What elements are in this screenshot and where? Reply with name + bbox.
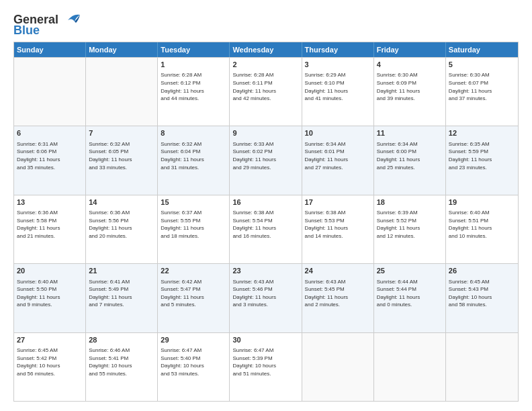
day-info-text: Sunset: 5:42 PM [17, 355, 83, 363]
day-info-text: Sunset: 5:56 PM [89, 217, 154, 225]
day-number: 13 [17, 197, 83, 208]
calendar-day-26: 26Sunrise: 6:45 AMSunset: 5:43 PMDayligh… [446, 264, 518, 332]
day-info-text: Sunrise: 6:43 AM [232, 278, 298, 286]
day-number: 3 [305, 60, 371, 70]
calendar-day-23: 23Sunrise: 6:43 AMSunset: 5:46 PMDayligh… [230, 264, 302, 332]
calendar-day-25: 25Sunrise: 6:44 AMSunset: 5:44 PMDayligh… [374, 264, 446, 332]
calendar-day-30: 30Sunrise: 6:47 AMSunset: 5:39 PMDayligh… [230, 333, 302, 401]
logo-blue-text: Blue [13, 24, 40, 36]
calendar-day-5: 5Sunrise: 6:30 AMSunset: 6:07 PMDaylight… [446, 58, 518, 126]
day-info-text: Daylight: 11 hours [377, 87, 443, 95]
day-info-text: Sunrise: 6:41 AM [89, 278, 154, 286]
day-info-text: Daylight: 10 hours [161, 362, 226, 370]
day-info-text: Sunset: 6:00 PM [377, 148, 443, 156]
day-info-text: Daylight: 11 hours [17, 224, 83, 232]
day-info-text: Sunrise: 6:45 AM [17, 347, 83, 355]
day-info-text: Daylight: 11 hours [89, 224, 154, 232]
header-day-wednesday: Wednesday [230, 42, 302, 57]
calendar-day-17: 17Sunrise: 6:38 AMSunset: 5:53 PMDayligh… [302, 195, 374, 263]
day-number: 11 [377, 128, 443, 138]
calendar-empty-cell [302, 333, 374, 401]
day-info-text: Daylight: 11 hours [232, 293, 298, 302]
day-number: 21 [89, 266, 154, 276]
day-info-text: Daylight: 10 hours [232, 362, 298, 370]
day-number: 4 [377, 60, 443, 70]
day-info-text: Sunset: 5:39 PM [232, 355, 298, 363]
day-info-text: Sunrise: 6:29 AM [305, 71, 371, 79]
day-number: 30 [232, 335, 298, 345]
day-info-text: Sunset: 5:44 PM [377, 285, 443, 293]
day-info-text: Daylight: 11 hours [232, 87, 298, 95]
calendar: SundayMondayTuesdayWednesdayThursdayFrid… [13, 42, 519, 402]
header-day-monday: Monday [86, 42, 158, 57]
day-info-text: Daylight: 11 hours [449, 224, 515, 232]
day-info-text: Sunrise: 6:37 AM [161, 209, 226, 217]
day-info-text: Daylight: 11 hours [232, 224, 298, 232]
day-info-text: Sunset: 5:55 PM [161, 217, 226, 225]
calendar-day-28: 28Sunrise: 6:46 AMSunset: 5:41 PMDayligh… [86, 333, 158, 401]
day-info-text: and 42 minutes. [232, 95, 298, 103]
calendar-day-3: 3Sunrise: 6:29 AMSunset: 6:10 PMDaylight… [302, 58, 374, 126]
header-day-friday: Friday [374, 42, 446, 57]
day-number: 12 [449, 128, 515, 138]
calendar-day-10: 10Sunrise: 6:34 AMSunset: 6:01 PMDayligh… [302, 126, 374, 194]
day-info-text: Sunset: 5:45 PM [305, 285, 371, 293]
calendar-day-8: 8Sunrise: 6:32 AMSunset: 6:04 PMDaylight… [158, 126, 230, 194]
day-info-text: Sunrise: 6:30 AM [377, 71, 443, 79]
day-info-text: Sunrise: 6:32 AM [161, 140, 226, 148]
day-info-text: and 29 minutes. [232, 164, 298, 172]
day-info-text: and 41 minutes. [305, 95, 371, 103]
day-info-text: Sunrise: 6:38 AM [305, 209, 371, 217]
day-info-text: Sunrise: 6:32 AM [89, 140, 154, 148]
day-info-text: Daylight: 11 hours [161, 224, 226, 232]
day-info-text: Daylight: 11 hours [305, 224, 371, 232]
day-info-text: Sunset: 6:07 PM [449, 79, 515, 87]
day-info-text: and 5 minutes. [161, 301, 226, 309]
day-info-text: Daylight: 11 hours [305, 87, 371, 95]
day-number: 20 [17, 266, 83, 276]
day-info-text: and 10 minutes. [449, 232, 515, 240]
day-info-text: and 56 minutes. [17, 370, 83, 378]
day-info-text: Daylight: 11 hours [161, 293, 226, 302]
day-info-text: and 21 minutes. [17, 232, 83, 240]
day-info-text: Daylight: 11 hours [17, 156, 83, 164]
day-number: 18 [377, 197, 443, 208]
day-info-text: Daylight: 11 hours [305, 156, 371, 164]
day-info-text: Daylight: 11 hours [232, 156, 298, 164]
day-info-text: Sunrise: 6:35 AM [449, 140, 515, 148]
day-info-text: Sunset: 5:40 PM [161, 355, 226, 363]
day-info-text: Sunset: 6:05 PM [89, 148, 154, 156]
day-info-text: and 27 minutes. [305, 164, 371, 172]
day-info-text: Sunset: 5:53 PM [305, 217, 371, 225]
calendar-day-16: 16Sunrise: 6:38 AMSunset: 5:54 PMDayligh… [230, 195, 302, 263]
day-info-text: and 44 minutes. [161, 95, 226, 103]
calendar-empty-cell [14, 58, 86, 126]
day-info-text: Daylight: 11 hours [161, 87, 226, 95]
calendar-day-4: 4Sunrise: 6:30 AMSunset: 6:09 PMDaylight… [374, 58, 446, 126]
calendar-day-19: 19Sunrise: 6:40 AMSunset: 5:51 PMDayligh… [446, 195, 518, 263]
day-number: 29 [161, 335, 226, 345]
day-info-text: Sunrise: 6:46 AM [89, 347, 154, 355]
day-info-text: Sunrise: 6:40 AM [17, 278, 83, 286]
calendar-day-21: 21Sunrise: 6:41 AMSunset: 5:49 PMDayligh… [86, 264, 158, 332]
day-info-text: and 35 minutes. [17, 164, 83, 172]
day-info-text: and 9 minutes. [17, 301, 83, 309]
calendar-day-9: 9Sunrise: 6:33 AMSunset: 6:02 PMDaylight… [230, 126, 302, 194]
day-info-text: Sunset: 5:43 PM [449, 285, 515, 293]
day-number: 16 [232, 197, 298, 208]
day-info-text: and 14 minutes. [305, 232, 371, 240]
day-info-text: and 25 minutes. [377, 164, 443, 172]
day-info-text: Daylight: 11 hours [89, 156, 154, 164]
day-number: 9 [232, 128, 298, 138]
calendar-day-1: 1Sunrise: 6:28 AMSunset: 6:12 PMDaylight… [158, 58, 230, 126]
day-info-text: Sunset: 6:06 PM [17, 148, 83, 156]
day-info-text: and 37 minutes. [449, 95, 515, 103]
logo-bird-icon [61, 12, 80, 27]
calendar-day-24: 24Sunrise: 6:43 AMSunset: 5:45 PMDayligh… [302, 264, 374, 332]
day-number: 15 [161, 197, 226, 208]
calendar-day-2: 2Sunrise: 6:28 AMSunset: 6:11 PMDaylight… [230, 58, 302, 126]
day-info-text: Sunset: 5:54 PM [232, 217, 298, 225]
calendar-week-2: 6Sunrise: 6:31 AMSunset: 6:06 PMDaylight… [14, 126, 518, 194]
calendar-day-22: 22Sunrise: 6:42 AMSunset: 5:47 PMDayligh… [158, 264, 230, 332]
calendar-day-27: 27Sunrise: 6:45 AMSunset: 5:42 PMDayligh… [14, 333, 86, 401]
